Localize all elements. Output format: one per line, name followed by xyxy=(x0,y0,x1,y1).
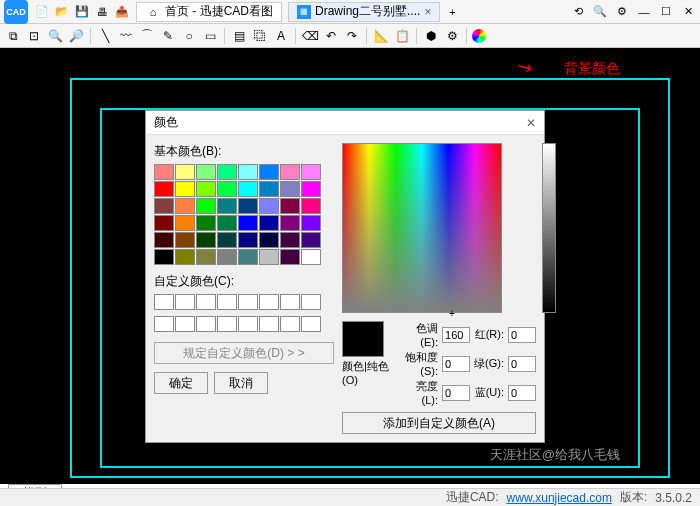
pencil-icon[interactable]: ✎ xyxy=(159,27,177,45)
tab-home[interactable]: ⌂ 首页 - 迅捷CAD看图 xyxy=(136,2,282,22)
color-swatch[interactable] xyxy=(238,198,258,214)
color-swatch[interactable] xyxy=(280,164,300,180)
sat-input[interactable] xyxy=(442,356,470,372)
circle-icon[interactable]: ○ xyxy=(180,27,198,45)
color-swatch[interactable] xyxy=(301,215,321,231)
color-swatch[interactable] xyxy=(301,181,321,197)
export-icon[interactable]: 📤 xyxy=(114,4,130,20)
zoom-extents-icon[interactable]: ⊡ xyxy=(25,27,43,45)
custom-swatch[interactable] xyxy=(175,294,195,310)
line-icon[interactable]: ╲ xyxy=(96,27,114,45)
color-swatch[interactable] xyxy=(196,249,216,265)
refresh-icon[interactable]: ⟲ xyxy=(570,4,586,20)
color-swatch[interactable] xyxy=(259,232,279,248)
color-swatch[interactable] xyxy=(280,249,300,265)
custom-swatch[interactable] xyxy=(196,316,216,332)
status-url[interactable]: www.xunjiecad.com xyxy=(507,491,612,505)
color-swatch[interactable] xyxy=(301,232,321,248)
color-swatch[interactable] xyxy=(175,249,195,265)
red-input[interactable] xyxy=(508,327,536,343)
gear-icon[interactable]: ⚙ xyxy=(614,4,630,20)
custom-swatch[interactable] xyxy=(217,316,237,332)
color-swatch[interactable] xyxy=(301,164,321,180)
color-swatch[interactable] xyxy=(280,232,300,248)
maximize-icon[interactable]: ☐ xyxy=(658,4,674,20)
luminance-slider[interactable] xyxy=(542,143,556,313)
color-swatch[interactable] xyxy=(154,198,174,214)
color-swatch[interactable] xyxy=(238,164,258,180)
erase-icon[interactable]: ⌫ xyxy=(301,27,319,45)
color-swatch[interactable] xyxy=(280,215,300,231)
color-swatch[interactable] xyxy=(238,249,258,265)
hue-input[interactable] xyxy=(442,327,470,343)
lum-input[interactable] xyxy=(442,385,470,401)
color-swatch[interactable] xyxy=(175,198,195,214)
text-icon[interactable]: A xyxy=(272,27,290,45)
color-swatch[interactable] xyxy=(175,181,195,197)
color-swatch[interactable] xyxy=(196,198,216,214)
green-input[interactable] xyxy=(508,356,536,372)
rect-icon[interactable]: ▭ xyxy=(201,27,219,45)
zoom-in-icon[interactable]: 🔍 xyxy=(46,27,64,45)
polyline-icon[interactable]: 〰 xyxy=(117,27,135,45)
color-swatch[interactable] xyxy=(259,215,279,231)
color-swatch[interactable] xyxy=(259,198,279,214)
color-swatch[interactable] xyxy=(154,181,174,197)
zoom-window-icon[interactable]: ⧉ xyxy=(4,27,22,45)
custom-swatch[interactable] xyxy=(217,294,237,310)
layer-icon[interactable]: ▤ xyxy=(230,27,248,45)
color-swatch[interactable] xyxy=(301,198,321,214)
color-swatch[interactable] xyxy=(154,249,174,265)
custom-swatch[interactable] xyxy=(280,316,300,332)
custom-swatch[interactable] xyxy=(301,294,321,310)
undo-icon[interactable]: ↶ xyxy=(322,27,340,45)
custom-swatch[interactable] xyxy=(238,316,258,332)
print-icon[interactable]: 🖶 xyxy=(94,4,110,20)
custom-swatch[interactable] xyxy=(154,316,174,332)
add-custom-button[interactable]: 添加到自定义颜色(A) xyxy=(342,412,536,434)
color-swatch[interactable] xyxy=(217,181,237,197)
color-swatch[interactable] xyxy=(280,181,300,197)
color-icon[interactable] xyxy=(472,29,486,43)
color-swatch[interactable] xyxy=(238,232,258,248)
arc-icon[interactable]: ⌒ xyxy=(138,27,156,45)
color-swatch[interactable] xyxy=(259,249,279,265)
blue-input[interactable] xyxy=(508,385,536,401)
cancel-button[interactable]: 取消 xyxy=(214,372,268,394)
dialog-close-icon[interactable]: ✕ xyxy=(526,116,536,130)
new-icon[interactable]: 📄 xyxy=(34,4,50,20)
color-swatch[interactable] xyxy=(154,232,174,248)
color-swatch[interactable] xyxy=(175,215,195,231)
custom-swatch[interactable] xyxy=(259,294,279,310)
color-swatch[interactable] xyxy=(196,232,216,248)
color-swatch[interactable] xyxy=(238,215,258,231)
tab-add-icon[interactable]: + xyxy=(444,4,460,20)
color-swatch[interactable] xyxy=(196,215,216,231)
color-swatch[interactable] xyxy=(217,215,237,231)
settings-icon[interactable]: ⚙ xyxy=(443,27,461,45)
color-swatch[interactable] xyxy=(196,181,216,197)
custom-swatch[interactable] xyxy=(280,294,300,310)
custom-swatch[interactable] xyxy=(196,294,216,310)
color-swatch[interactable] xyxy=(175,164,195,180)
copy-icon[interactable]: ⿻ xyxy=(251,27,269,45)
save-icon[interactable]: 💾 xyxy=(74,4,90,20)
color-gradient-picker[interactable]: + xyxy=(342,143,502,313)
ok-button[interactable]: 确定 xyxy=(154,372,208,394)
custom-swatch[interactable] xyxy=(259,316,279,332)
custom-swatch[interactable] xyxy=(175,316,195,332)
color-swatch[interactable] xyxy=(154,164,174,180)
color-swatch[interactable] xyxy=(196,164,216,180)
3d-icon[interactable]: ⬢ xyxy=(422,27,440,45)
color-swatch[interactable] xyxy=(154,215,174,231)
define-custom-button[interactable]: 规定自定义颜色(D) > > xyxy=(154,342,334,364)
measure-icon[interactable]: 📐 xyxy=(372,27,390,45)
custom-swatch[interactable] xyxy=(154,294,174,310)
color-swatch[interactable] xyxy=(217,249,237,265)
zoom-out-icon[interactable]: 🔎 xyxy=(67,27,85,45)
tab-drawing[interactable]: ▦ Drawing二号别墅.... × xyxy=(288,2,440,22)
color-swatch[interactable] xyxy=(280,198,300,214)
custom-swatch[interactable] xyxy=(301,316,321,332)
clipboard-icon[interactable]: 📋 xyxy=(393,27,411,45)
tab-close-icon[interactable]: × xyxy=(424,5,431,19)
